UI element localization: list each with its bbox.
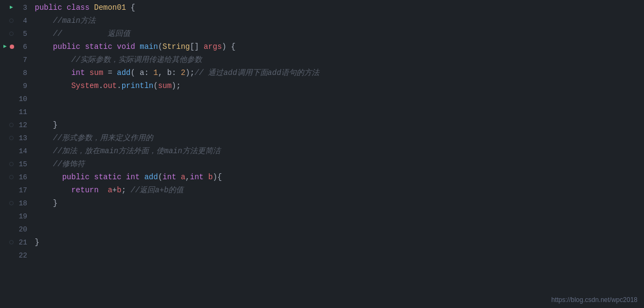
line-number-7: 7 [3, 53, 27, 66]
code-line-10 [33, 92, 644, 105]
breakpoint-21 [9, 240, 14, 245]
line-number-11: 11 [3, 105, 27, 118]
line-number-6: ▶ 6 [3, 40, 27, 53]
code-area: ▶ 3 4 5 ▶ 6 7 [0, 0, 644, 308]
line-number-3: ▶ 3 [3, 1, 27, 14]
code-line-4: //main方法 [33, 14, 644, 27]
code-line-3: public class Demon01 { [33, 1, 644, 14]
code-line-20 [33, 223, 644, 236]
line-number-19: 19 [3, 210, 27, 223]
code-line-11 [33, 105, 644, 118]
code-content[interactable]: public class Demon01 { //main方法 // 返回值 p… [33, 1, 644, 308]
breakpoint-4 [9, 18, 14, 23]
debug-arrow-3: ▶ [9, 5, 14, 10]
code-line-16: public static int add(int a,int b){ [33, 171, 644, 184]
code-line-6: public static void main(String[] args) { [33, 40, 644, 53]
code-line-22 [33, 249, 644, 262]
breakpoint-18 [9, 200, 14, 206]
code-line-18: } [33, 197, 644, 210]
line-number-16: 16 [3, 171, 27, 184]
code-line-19 [33, 210, 644, 223]
line-number-13: 13 [3, 131, 27, 144]
code-line-13: //形式参数，用来定义作用的 [33, 131, 644, 144]
line-number-9: 9 [3, 79, 27, 92]
line-number-12: 12 [3, 118, 27, 131]
line-number-15: 15 [3, 158, 27, 171]
breakpoint-6 [10, 44, 15, 49]
code-line-14: //加法，放在main方法外面，使main方法更简洁 [33, 144, 644, 158]
code-line-5: // 返回值 [33, 27, 644, 40]
breakpoint-15 [9, 161, 14, 167]
debug-arrow-6: ▶ [3, 44, 8, 49]
breakpoint-5 [9, 31, 14, 36]
watermark: https://blog.csdn.net/wpc2018 [551, 296, 637, 304]
line-number-5: 5 [3, 27, 27, 40]
code-line-8: int sum = add( a: 1, b: 2);// 通过add调用下面a… [33, 66, 644, 79]
line-number-17: 17 [3, 184, 27, 197]
code-line-21: } [33, 236, 644, 249]
line-number-8: 8 [3, 66, 27, 79]
line-number-14: 14 [3, 144, 27, 158]
code-line-7: //实际参数，实际调用传递给其他参数 [33, 53, 644, 66]
code-line-15: //修饰符 [33, 158, 644, 171]
line-number-20: 20 [3, 223, 27, 236]
code-line-9: System.out.println(sum); [33, 79, 644, 92]
line-number-10: 10 [3, 92, 27, 105]
line-numbers: ▶ 3 4 5 ▶ 6 7 [0, 1, 33, 308]
code-editor: ▶ 3 4 5 ▶ 6 7 [0, 0, 644, 308]
line-number-18: 18 [3, 197, 27, 210]
line-number-22: 22 [3, 249, 27, 262]
code-line-17: return a+b; //返回a+b的值 [33, 184, 644, 197]
breakpoint-16 [9, 174, 14, 180]
code-line-12: } [33, 118, 644, 131]
breakpoint-12 [9, 122, 14, 128]
line-number-21: 21 [3, 236, 27, 249]
breakpoint-13 [9, 135, 14, 141]
line-number-4: 4 [3, 14, 27, 27]
